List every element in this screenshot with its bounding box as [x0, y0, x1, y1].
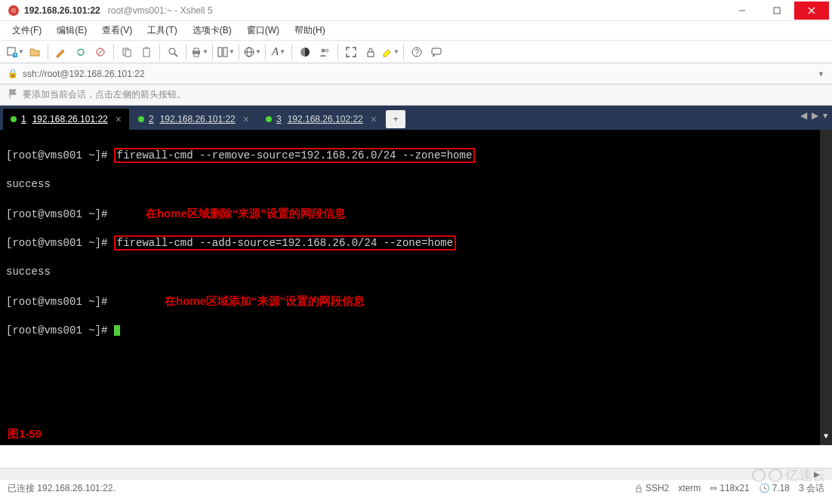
close-button[interactable] [794, 2, 829, 20]
svg-rect-11 [125, 50, 131, 57]
tab-label: 192.168.26.101:22 [32, 114, 108, 124]
tab-menu-icon[interactable]: ▾ [823, 110, 827, 121]
minimize-button[interactable] [725, 2, 760, 20]
flag-icon [8, 88, 18, 101]
svg-rect-19 [218, 48, 222, 57]
status-protocol: SSH2 [634, 483, 669, 493]
toolbar-separator [239, 45, 239, 60]
window-title-main: 192.168.26.101:22 [24, 5, 100, 16]
address-dropdown-icon[interactable]: ▼ [818, 70, 824, 78]
help-icon[interactable]: ? [408, 43, 426, 61]
users-icon[interactable] [316, 43, 334, 61]
toolbar-separator [291, 45, 292, 60]
title-bar: 192.168.26.101:22 root@vms001:~ - Xshell… [0, 0, 832, 21]
toolbar-separator [337, 45, 338, 60]
tab-label: 192.168.26.102:22 [288, 114, 363, 124]
chat-icon[interactable] [427, 43, 445, 61]
svg-point-26 [325, 48, 329, 52]
session-tab-bar: 1 192.168.26.101:22 × 2 192.168.26.101:2… [0, 106, 832, 130]
hint-text: 要添加当前会话，点击左侧的箭头按钮。 [23, 88, 186, 101]
scroll-down-icon[interactable]: ▼ [824, 429, 828, 444]
address-text: ssh://root@192.168.26.101:22 [23, 69, 145, 79]
terminal-pane[interactable]: [root@vms001 ~]# firewall-cmd --remove-s… [0, 130, 832, 445]
session-tab-3[interactable]: 3 192.168.26.102:22 × [258, 109, 384, 130]
tab-number: 3 [276, 114, 282, 124]
svg-point-25 [322, 48, 325, 52]
color-icon[interactable] [296, 43, 314, 61]
menu-tabs[interactable]: 选项卡(B) [188, 22, 236, 39]
ssh-icon [634, 484, 643, 493]
watermark-icon [752, 469, 766, 482]
toolbar-separator [186, 45, 186, 60]
watermark-icon [769, 469, 782, 482]
maximize-button[interactable] [760, 2, 794, 20]
toolbar-separator [159, 45, 160, 60]
reconnect-icon[interactable] [72, 43, 90, 61]
edit-icon[interactable] [52, 43, 70, 61]
svg-line-9 [98, 50, 103, 54]
paste-icon[interactable] [137, 43, 156, 61]
watermark: 亿速云 [752, 466, 826, 484]
tab-label: 192.168.26.101:22 [160, 114, 236, 124]
session-tab-1[interactable]: 1 192.168.26.101:22 × [3, 109, 129, 130]
terminal-cursor [114, 325, 120, 336]
shell-prompt: [root@vms001 ~]# [6, 237, 114, 249]
svg-text:+: + [14, 51, 17, 58]
tab-close-icon[interactable]: × [243, 113, 249, 125]
svg-rect-27 [368, 52, 374, 57]
command-highlighted: firewall-cmd --remove-source=192.168.26.… [114, 148, 475, 163]
session-tab-2[interactable]: 2 192.168.26.101:22 × [131, 109, 257, 130]
tab-status-dot-icon [138, 116, 144, 122]
toolbar-separator [48, 45, 48, 60]
status-size: ⇔ 118x21 [710, 483, 749, 493]
window-controls [725, 2, 829, 20]
shell-prompt: [root@vms001 ~]# [6, 149, 114, 161]
shell-prompt: [root@vms001 ~]# [6, 208, 114, 220]
status-load: 🕓 7.18 [759, 483, 790, 493]
font-icon[interactable]: A▼ [270, 43, 288, 61]
command-output: success [6, 177, 826, 192]
svg-rect-2 [774, 8, 780, 14]
tab-number: 2 [149, 114, 154, 124]
hint-bar: 要添加当前会话，点击左侧的箭头按钮。 [0, 85, 832, 106]
tab-next-icon[interactable]: ▶ [812, 110, 818, 121]
fullscreen-icon[interactable] [342, 43, 360, 61]
command-output: success [6, 265, 826, 279]
menu-help[interactable]: 帮助(H) [290, 22, 330, 39]
tab-close-icon[interactable]: × [371, 113, 377, 125]
figure-label: 图1-59 [8, 426, 42, 441]
svg-rect-30 [432, 48, 441, 54]
copy-icon[interactable] [118, 43, 136, 61]
connection-lock-icon: 🔒 [8, 69, 18, 78]
svg-rect-12 [143, 48, 149, 57]
menu-edit[interactable]: 编辑(E) [52, 22, 91, 39]
menu-window[interactable]: 窗口(W) [242, 22, 284, 39]
globe-icon[interactable]: ▼ [243, 43, 261, 61]
toolbar-separator [212, 45, 213, 60]
svg-rect-31 [636, 488, 641, 492]
status-bar: 已连接 192.168.26.101:22. SSH2 xterm ⇔ 118x… [0, 480, 832, 496]
annotation-text: 在home区域添加“来源”设置的网段信息 [165, 294, 365, 307]
print-icon[interactable]: ▼ [190, 43, 208, 61]
window-title-sub: root@vms001:~ - Xshell 5 [108, 5, 213, 16]
find-icon[interactable] [164, 43, 182, 61]
horizontal-scrollbar[interactable]: ▶ [0, 468, 832, 480]
menu-bar: 文件(F) 编辑(E) 查看(V) 工具(T) 选项卡(B) 窗口(W) 帮助(… [0, 21, 832, 41]
vertical-scrollbar[interactable]: ▼ [820, 130, 832, 445]
tab-prev-icon[interactable]: ◀ [800, 110, 807, 121]
address-bar[interactable]: 🔒 ssh://root@192.168.26.101:22 ▼ [0, 63, 832, 85]
tab-status-dot-icon [11, 116, 17, 122]
lock-icon[interactable] [362, 43, 380, 61]
disconnect-icon[interactable] [91, 43, 109, 61]
svg-rect-17 [194, 48, 199, 51]
add-tab-button[interactable]: + [386, 110, 405, 128]
new-session-icon[interactable]: +▼ [6, 43, 24, 61]
menu-file[interactable]: 文件(F) [8, 22, 46, 39]
annotation-text: 在home区域删除“来源”设置的网段信息 [146, 207, 346, 220]
tab-close-icon[interactable]: × [116, 113, 122, 125]
menu-tools[interactable]: 工具(T) [143, 22, 181, 39]
highlight-icon[interactable]: ▼ [381, 43, 399, 61]
menu-view[interactable]: 查看(V) [97, 22, 137, 39]
layout-icon[interactable]: ▼ [217, 43, 235, 61]
open-session-icon[interactable] [26, 43, 44, 61]
